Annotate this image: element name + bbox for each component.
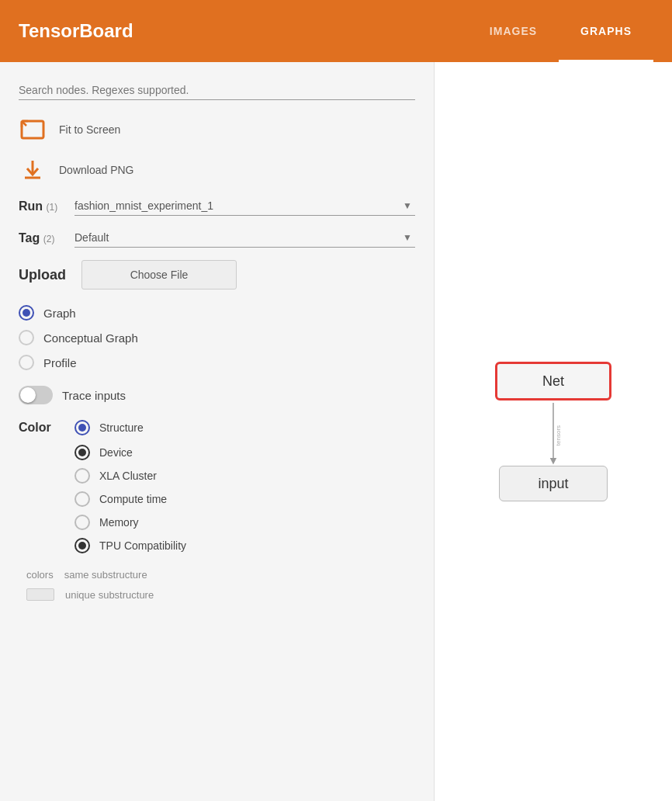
run-label: Run (1) — [19, 199, 65, 213]
tag-label: Tag (2) — [19, 231, 65, 245]
app-title: TensorBoard — [19, 20, 133, 42]
upload-label: Upload — [19, 267, 66, 283]
legend-section: colors same substructure unique substruc… — [19, 569, 415, 601]
radio-conceptual-label: Conceptual Graph — [43, 331, 138, 345]
fit-to-screen-action[interactable]: Fit to Screen — [19, 116, 415, 144]
color-radio-device-label: Device — [99, 446, 133, 459]
tag-dropdown[interactable]: Default — [74, 228, 415, 247]
color-radio-tpu-circle — [74, 538, 90, 553]
radio-profile-label: Profile — [43, 356, 77, 369]
legend-row-colors: colors same substructure — [26, 569, 415, 581]
radio-graph-label: Graph — [43, 307, 76, 320]
color-radio-memory-circle — [74, 515, 90, 530]
graph-node-input[interactable]: input — [499, 466, 608, 501]
radio-graph[interactable]: Graph — [19, 305, 415, 321]
color-radio-memory[interactable]: Memory — [74, 515, 415, 530]
color-radio-tpu-label: TPU Compatibility — [99, 539, 186, 552]
color-header-row: Color Structure — [19, 420, 415, 435]
fit-screen-icon — [19, 116, 47, 144]
main-layout: Fit to Screen Download PNG Run (1) fashi… — [0, 62, 672, 801]
radio-profile-circle — [19, 355, 34, 370]
nav-item-graphs[interactable]: GRAPHS — [559, 0, 653, 62]
radio-conceptual-circle — [19, 330, 34, 345]
color-radio-memory-label: Memory — [99, 516, 139, 529]
graph-canvas: Net tensors input — [476, 354, 631, 509]
header-nav: IMAGES GRAPHS — [468, 0, 653, 62]
color-section: Color Structure Device XLA Cluster Comp — [19, 420, 415, 553]
legend-swatch-unique — [26, 588, 54, 601]
color-radio-device-circle — [74, 445, 90, 460]
sidebar: Fit to Screen Download PNG Run (1) fashi… — [0, 62, 435, 801]
legend-same-label: same substructure — [64, 569, 147, 581]
color-radio-tpu[interactable]: TPU Compatibility — [74, 538, 415, 553]
header: TensorBoard IMAGES GRAPHS — [0, 0, 672, 62]
search-input[interactable] — [19, 81, 415, 100]
color-radio-structure-label: Structure — [99, 421, 144, 434]
color-label: Color — [19, 421, 65, 435]
svg-text:tensors: tensors — [555, 425, 562, 446]
radio-profile[interactable]: Profile — [19, 355, 415, 370]
color-radio-xla[interactable]: XLA Cluster — [74, 468, 415, 484]
trace-inputs-row: Trace inputs — [19, 386, 415, 404]
view-options-group: Graph Conceptual Graph Profile — [19, 305, 415, 370]
color-options-group: Device XLA Cluster Compute time Memory T… — [19, 445, 415, 553]
color-radio-structure[interactable]: Structure — [74, 420, 144, 435]
graph-area: Net tensors input — [435, 62, 672, 801]
nav-item-images[interactable]: IMAGES — [468, 0, 559, 62]
trace-inputs-label: Trace inputs — [62, 389, 126, 402]
color-radio-compute-label: Compute time — [99, 493, 167, 505]
color-radio-compute-circle — [74, 491, 90, 507]
run-row: Run (1) fashion_mnist_experiment_1 ▼ — [19, 196, 415, 216]
tag-dropdown-wrapper: Default ▼ — [74, 228, 415, 248]
fit-to-screen-label: Fit to Screen — [59, 123, 120, 136]
legend-unique-label: unique substructure — [65, 589, 154, 601]
graph-node-net[interactable]: Net — [495, 362, 611, 400]
choose-file-button[interactable]: Choose File — [81, 260, 237, 290]
color-radio-compute[interactable]: Compute time — [74, 491, 415, 507]
radio-graph-circle — [19, 305, 34, 321]
download-icon — [19, 156, 47, 184]
legend-colors-label: colors — [26, 569, 54, 581]
upload-row: Upload Choose File — [19, 260, 415, 290]
color-radio-xla-circle — [74, 468, 90, 484]
download-png-label: Download PNG — [59, 164, 134, 176]
run-dropdown-wrapper: fashion_mnist_experiment_1 ▼ — [74, 196, 415, 216]
legend-row-unique: unique substructure — [26, 588, 415, 601]
tag-row: Tag (2) Default ▼ — [19, 228, 415, 248]
radio-conceptual[interactable]: Conceptual Graph — [19, 330, 415, 345]
download-png-action[interactable]: Download PNG — [19, 156, 415, 184]
color-radio-xla-label: XLA Cluster — [99, 470, 157, 482]
trace-inputs-toggle[interactable] — [19, 386, 53, 404]
color-radio-structure-circle — [74, 420, 90, 435]
color-radio-device[interactable]: Device — [74, 445, 415, 460]
run-dropdown[interactable]: fashion_mnist_experiment_1 — [74, 196, 415, 215]
